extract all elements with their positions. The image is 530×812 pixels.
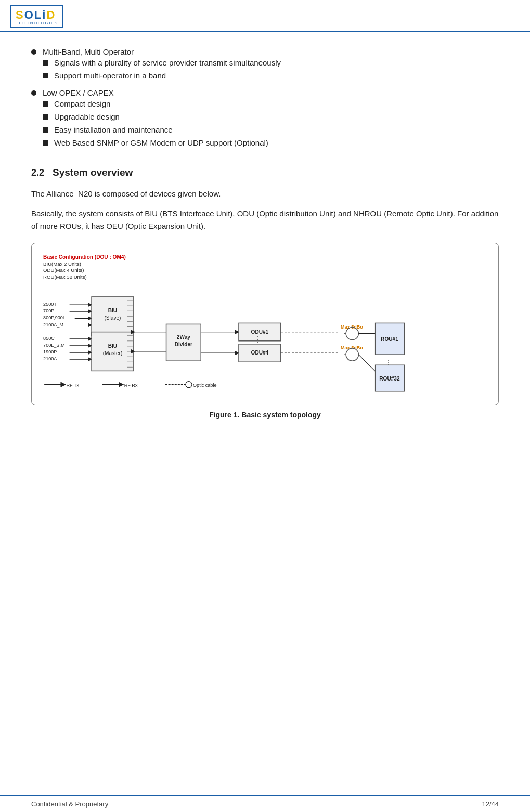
bullet-square-icon [43,140,48,146]
freq-2100a-m: 2100A_M [43,322,63,328]
system-diagram: Basic Configuration (DOU : OM4) BIU(Max … [31,243,499,405]
logo-sub: TECHNOLOGIES [16,21,58,25]
freq-2500t: 2500T [43,302,57,307]
divider-label-1: 2Way [177,334,190,340]
logo: SOLiD TECHNOLOGIES [10,5,63,28]
max-label-2: Max 5dBo [341,345,363,350]
page-footer: Confidential & Proprietary 12/44 [0,795,530,812]
optical-to-rou32-line [358,355,375,371]
sub-item-label: Compact design [54,99,110,108]
freq-700l: 700L_S,M [43,343,64,348]
rf-tx-label: RF Tx [67,383,80,388]
section-title: System overview [53,167,133,178]
list-item: Signals with a plurality of service prov… [43,58,281,67]
footer-page: 12/44 [482,800,499,808]
list-item: Multi-Band, Multi Operator Signals with … [31,47,499,84]
section-number: 2.2 [31,167,44,178]
rou-vertical-dots: ⋮ [385,358,392,366]
sub-item-label: Web Based SNMP or GSM Modem or UDP suppo… [54,138,268,147]
optic-cable-circle [186,382,192,388]
bullet-circle-icon [31,49,36,55]
bullet-circle-icon [31,90,36,96]
biu-master-label-1: BIU [108,343,117,349]
list-item-label: Multi-Band, Multi Operator [43,47,134,56]
sub-list: Signals with a plurality of service prov… [43,58,281,80]
bullet-square-icon [43,73,48,78]
feature-list: Multi-Band, Multi Operator Signals with … [31,47,499,151]
footer-left: Confidential & Proprietary [31,800,108,808]
divider-label-2: Divider [175,342,192,347]
sub-item-label: Support multi-operator in a band [54,71,166,80]
freq-850c: 850C [43,336,55,341]
config-detail-3: ROU(Max 32 Units) [43,274,87,280]
freq-1900p: 1900P [43,349,57,355]
diagram-svg: Basic Configuration (DOU : OM4) BIU(Max … [39,251,491,398]
sub-item-label: Signals with a plurality of service prov… [54,58,281,67]
bullet-square-icon [43,114,48,120]
figure-caption: Figure 1. Basic system topology [31,411,499,419]
bullet-square-icon [43,101,48,107]
biu-slave-label-2: (Slave) [104,315,121,321]
section-heading: 2.2 System overview [31,167,499,178]
max-label-1: Max 5dBo [341,324,363,330]
freq-800p: 800P,900I [43,315,64,320]
rou1-label: ROU#1 [381,336,398,342]
list-item: Support multi-operator in a band [43,71,281,80]
bullet-square-icon [43,60,48,66]
vertical-dots: ⋮ [253,335,262,344]
rf-rx-label: RF Rx [124,383,138,388]
list-item: Easy installation and maintenance [43,125,268,134]
sub-item-label: Upgradable design [54,112,120,121]
list-item: Low OPEX / CAPEX Compact design Upgradab… [31,88,499,151]
list-item: Compact design [43,99,268,108]
odu1-label: ODU#1 [251,329,269,335]
rou32-label: ROU#32 [379,376,400,382]
bullet-square-icon [43,127,48,133]
config-detail-1: BIU(Max 2 Units) [43,261,81,267]
config-detail-2: ODU(Max 4 Units) [43,267,84,273]
sub-list: Compact design Upgradable design Easy in… [43,99,268,147]
biu-master-label-2: (Master) [103,350,123,356]
biu-slave-label-1: BIU [108,308,117,313]
paragraph-1: The Alliance_N20 is composed of devices … [31,188,499,200]
page-header: SOLiD TECHNOLOGIES [0,0,530,32]
odu4-label: ODU#4 [251,350,269,356]
optic-cable-label: Optic cable [193,383,216,388]
main-content: Multi-Band, Multi Operator Signals with … [0,32,530,445]
list-item: Upgradable design [43,112,268,121]
paragraph-2: Basically, the system consists of BIU (B… [31,207,499,232]
sub-item-label: Easy installation and maintenance [54,125,173,134]
freq-2100a: 2100A [43,356,57,361]
config-label: Basic Configuration (DOU : OM4) [43,254,126,260]
logo-text: SOLiD [16,8,58,22]
list-item: Web Based SNMP or GSM Modem or UDP suppo… [43,138,268,147]
freq-700p: 700P [43,308,54,313]
list-item-label: Low OPEX / CAPEX [43,88,114,97]
